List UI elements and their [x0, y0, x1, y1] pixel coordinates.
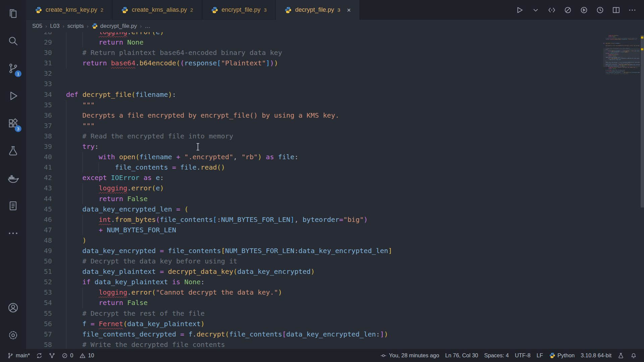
run-circle-icon[interactable]: [580, 6, 588, 14]
line-content: logging.error(e): [66, 32, 164, 37]
run-button[interactable]: [515, 6, 524, 14]
status-blame[interactable]: You, 28 minutes ago: [377, 349, 442, 362]
code-line-52[interactable]: 52if data_key_plaintext is None:: [26, 277, 600, 287]
breadcrumb-item[interactable]: L03: [50, 23, 59, 29]
code-line-43[interactable]: 43logging.error(e): [26, 183, 600, 193]
activity-more[interactable]: [4, 225, 22, 241]
account-icon: [7, 302, 19, 314]
code-line-58[interactable]: 58# Write the decrypted file contents: [26, 340, 600, 349]
code-line-31[interactable]: 31return base64.b64encode((response["Pla…: [26, 58, 600, 68]
code-lines: 28logging.error(e)29return None30# Retur…: [26, 32, 600, 349]
line-number: 46: [26, 215, 52, 225]
code-line-48[interactable]: 48): [26, 235, 600, 246]
breadcrumb-item[interactable]: scripts: [67, 23, 84, 29]
breadcrumb-item[interactable]: decrypt_file.py: [92, 23, 137, 29]
line-content: with open(filename + ".encrypted", "rb")…: [66, 152, 299, 162]
line-number: 56: [26, 319, 52, 329]
line-content: return False: [66, 194, 148, 204]
status-interpreter[interactable]: 3.10.8 64-bit: [578, 349, 614, 362]
line-content: file_contents_decrypted = f.decrypt(file…: [66, 329, 388, 340]
code-line-56[interactable]: 56f = Fernet(data_key_plaintext): [26, 319, 600, 329]
split-editor-icon[interactable]: [612, 6, 621, 14]
activity-settings[interactable]: [4, 327, 22, 343]
activity-run-debug[interactable]: [4, 88, 22, 104]
code-line-36[interactable]: 36Decrypts a file encrypted by encrypt_f…: [26, 110, 600, 121]
code-line-30[interactable]: 30# Return plaintext base64-encoded bina…: [26, 48, 600, 58]
activity-search[interactable]: [4, 33, 22, 49]
code-editor[interactable]: 28logging.error(e)29return None30# Retur…: [26, 32, 644, 349]
status-language[interactable]: Python: [546, 349, 578, 362]
activity-docker[interactable]: [4, 170, 22, 186]
tab-encrypt_file.py[interactable]: encrypt_file.py3: [202, 0, 276, 20]
activity-testing[interactable]: [4, 143, 22, 159]
history-icon[interactable]: [596, 6, 604, 14]
code-line-34[interactable]: 34def decrypt_file(filename):: [26, 89, 600, 100]
status-test-beaker[interactable]: [614, 349, 627, 362]
code-line-38[interactable]: 38# Read the encrypted file into memory: [26, 131, 600, 141]
code-line-46[interactable]: 46int.from_bytes(file_contents[:NUM_BYTE…: [26, 215, 600, 225]
code-line-44[interactable]: 44return False: [26, 194, 600, 204]
open-changes-icon[interactable]: [547, 6, 556, 14]
status-git-branch[interactable]: main*: [4, 349, 33, 362]
status-encoding[interactable]: UTF-8: [512, 349, 534, 362]
run-dropdown[interactable]: [531, 6, 540, 14]
status-sync[interactable]: [33, 349, 46, 362]
tab-create_kms_key.py[interactable]: create_kms_key.py2: [26, 0, 112, 20]
source-control-badge: 1: [15, 70, 21, 77]
tab-decrypt_file.py[interactable]: decrypt_file.py3×: [276, 0, 360, 20]
code-line-40[interactable]: 40with open(filename + ".encrypted", "rb…: [26, 152, 600, 162]
line-content: # Write the decrypted file contents: [66, 340, 225, 349]
code-line-53[interactable]: 53logging.error("Cannot decrypt the data…: [26, 287, 600, 298]
breadcrumb-item[interactable]: S05: [32, 23, 42, 29]
code-line-54[interactable]: 54return False: [26, 298, 600, 308]
line-number: 30: [26, 48, 52, 58]
status-indentation[interactable]: Spaces: 4: [481, 349, 512, 362]
line-number: 40: [26, 152, 52, 162]
status-notifications[interactable]: [627, 349, 640, 362]
status-errors[interactable]: 0: [58, 349, 76, 362]
code-line-49[interactable]: 49data_key_encrypted = file_contents[NUM…: [26, 246, 600, 256]
status-cursor-position[interactable]: Ln 76, Col 30: [442, 349, 481, 362]
code-line-32[interactable]: 32: [26, 68, 600, 79]
code-line-55[interactable]: 55# Decrypt the rest of the file: [26, 308, 600, 319]
python-icon: [121, 6, 128, 14]
code-line-50[interactable]: 50# Decrypt the data key before using it: [26, 256, 600, 266]
close-icon[interactable]: ×: [347, 7, 351, 13]
code-line-33[interactable]: 33: [26, 79, 600, 89]
code-line-57[interactable]: 57file_contents_decrypted = f.decrypt(fi…: [26, 329, 600, 340]
code-line-51[interactable]: 51data_key_plaintext = decrypt_data_key(…: [26, 266, 600, 277]
activity-account[interactable]: [4, 300, 22, 316]
scrollbar[interactable]: [641, 35, 644, 207]
line-content: logging.error("Cannot decrypt the data k…: [66, 287, 282, 298]
activity-extensions[interactable]: 3: [4, 115, 22, 131]
tab-label: create_kms_key.py: [46, 6, 97, 13]
more-actions-icon[interactable]: [628, 6, 637, 14]
line-number: 57: [26, 329, 52, 340]
tab-problem-count: 3: [264, 7, 267, 13]
circle-slash-icon[interactable]: [564, 6, 572, 14]
tab-bar: create_kms_key.py2create_kms_alias.py2en…: [26, 0, 644, 20]
breadcrumb-item[interactable]: …: [145, 23, 150, 29]
code-line-41[interactable]: 41file_contents = file.read(): [26, 162, 600, 173]
activity-notes[interactable]: [4, 198, 22, 214]
code-line-45[interactable]: 45data_key_encrypted_len = (: [26, 204, 600, 215]
code-line-28[interactable]: 28logging.error(e): [26, 32, 600, 37]
code-line-37[interactable]: 37""": [26, 121, 600, 131]
status-warnings[interactable]: 10: [76, 349, 97, 362]
code-line-42[interactable]: 42except IOError as e:: [26, 173, 600, 183]
code-line-29[interactable]: 29return None: [26, 37, 600, 48]
warnings-icon: [79, 352, 86, 359]
tab-problem-count: 2: [101, 7, 103, 13]
status-eol[interactable]: LF: [534, 349, 546, 362]
status-eol-label: LF: [537, 352, 543, 359]
activity-explorer[interactable]: [4, 5, 22, 21]
status-commit-graph[interactable]: [46, 349, 58, 362]
minimap-slider[interactable]: [603, 48, 640, 67]
code-line-47[interactable]: 47+ NUM_BYTES_FOR_LEN: [26, 225, 600, 235]
code-line-35[interactable]: 35""": [26, 100, 600, 110]
tab-create_kms_alias.py[interactable]: create_kms_alias.py2: [112, 0, 202, 20]
line-number: 50: [26, 256, 52, 266]
code-line-39[interactable]: 39try:: [26, 141, 600, 152]
line-content: # Read the encrypted file into memory: [66, 131, 233, 141]
activity-source-control[interactable]: 1: [4, 60, 22, 76]
